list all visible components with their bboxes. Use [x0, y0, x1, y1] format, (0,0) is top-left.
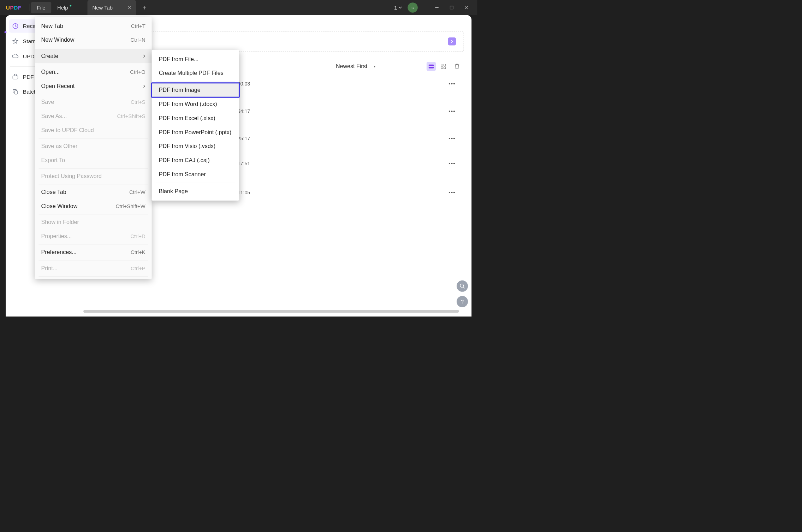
separator: [156, 82, 235, 82]
shortcut-label: Ctrl+W: [129, 189, 145, 195]
more-icon[interactable]: •••: [448, 189, 462, 196]
submenu-item-pdf-from-powerpoint-pptx[interactable]: PDF from PowerPoint (.pptx): [152, 125, 239, 140]
menu-help[interactable]: Help: [51, 2, 77, 13]
separator: [425, 4, 425, 11]
chevron-right-icon: [143, 54, 145, 58]
separator: [38, 276, 148, 277]
minimize-button[interactable]: [432, 3, 441, 12]
svg-line-13: [463, 287, 464, 288]
svg-rect-7: [429, 67, 434, 68]
menu-item-label: Properties...: [41, 233, 72, 240]
submenu-item-pdf-from-excel-xlsx[interactable]: PDF from Excel (.xlsx): [152, 111, 239, 125]
close-icon[interactable]: ✕: [127, 5, 131, 10]
submenu-item-pdf-from-word-docx[interactable]: PDF from Word (.docx): [152, 97, 239, 111]
search-fab[interactable]: [457, 280, 468, 292]
view-list-button[interactable]: [427, 62, 436, 71]
menu-item-label: Open...: [41, 69, 60, 75]
menu-item-preferences[interactable]: Preferences...Ctrl+K: [35, 245, 152, 259]
shortcut-label: Ctrl+N: [130, 37, 145, 43]
sort-label: Newest First: [336, 63, 367, 70]
menu-item-open[interactable]: Open...Ctrl+O: [35, 65, 152, 79]
menu-item-create[interactable]: Create: [35, 49, 152, 63]
batch-icon: [12, 88, 19, 95]
submenu-item-blank-page[interactable]: Blank Page: [152, 184, 239, 199]
menu-item-save-to-updf-cloud: Save to UPDF Cloud: [35, 123, 152, 137]
chevron-down-icon: [398, 6, 402, 9]
avatar[interactable]: c: [408, 2, 418, 13]
menu-item-new-tab[interactable]: New TabCtrl+T: [35, 19, 152, 33]
shortcut-label: Ctrl+S: [131, 99, 145, 105]
trash-button[interactable]: [454, 63, 459, 70]
menu-item-protect-using-password: Protect Using Password: [35, 169, 152, 183]
window-count[interactable]: 1: [394, 4, 402, 11]
add-tab-button[interactable]: ＋: [142, 4, 148, 12]
submenu-item-pdf-from-scanner[interactable]: PDF from Scanner: [152, 167, 239, 182]
menu-item-label: New Tab: [41, 23, 63, 29]
menu-item-label: Save: [41, 99, 54, 105]
submenu-item-pdf-from-image[interactable]: PDF from Image: [152, 83, 239, 97]
separator: [29, 4, 30, 11]
separator: [38, 94, 148, 94]
submenu-item-create-multiple-pdf-files[interactable]: Create Multiple PDF Files: [152, 66, 239, 80]
star-icon: [12, 37, 19, 45]
submenu-item-pdf-from-visio-vsdx[interactable]: PDF from Visio (.vsdx): [152, 139, 239, 153]
menu-item-label: Save as Other: [41, 143, 78, 149]
shortcut-label: Ctrl+D: [130, 233, 145, 239]
shortcut-label: Ctrl+Shift+S: [117, 113, 145, 119]
menu-item-print: Print...Ctrl+P: [35, 261, 152, 276]
create-submenu: PDF from File...Create Multiple PDF File…: [152, 50, 239, 201]
more-icon[interactable]: •••: [448, 80, 462, 87]
svg-rect-11: [444, 67, 446, 69]
separator: [38, 260, 148, 261]
chevron-right-icon: [143, 84, 145, 88]
more-icon[interactable]: •••: [448, 108, 462, 114]
menu-item-label: Close Window: [41, 203, 78, 209]
svg-rect-10: [441, 67, 443, 69]
menu-item-new-window[interactable]: New WindowCtrl+N: [35, 33, 152, 47]
separator: [38, 244, 148, 244]
svg-rect-1: [450, 6, 453, 9]
menu-item-label: New Window: [41, 37, 75, 43]
separator: [38, 168, 148, 169]
shortcut-label: Ctrl+Shift+W: [115, 203, 145, 209]
svg-rect-3: [13, 76, 18, 79]
horizontal-scrollbar[interactable]: [83, 310, 459, 313]
close-button[interactable]: [462, 3, 471, 12]
menu-help-label: Help: [57, 5, 68, 11]
tab-title: New Tab: [93, 5, 113, 11]
submenu-item-pdf-from-file[interactable]: PDF from File...: [152, 52, 239, 66]
menu-file[interactable]: File: [31, 2, 51, 13]
menu-item-label: Preferences...: [41, 249, 77, 255]
menu-item-label: Close Tab: [41, 189, 66, 195]
shortcut-label: Ctrl+T: [131, 23, 145, 29]
menu-item-show-in-folder: Show in Folder: [35, 215, 152, 229]
tab[interactable]: New Tab ✕: [87, 0, 136, 15]
menu-item-label: Create: [41, 53, 58, 59]
menu-item-open-recent[interactable]: Open Recent: [35, 79, 152, 93]
maximize-button[interactable]: [447, 3, 456, 12]
separator: [38, 48, 148, 48]
menu-item-export-to: Export To: [35, 153, 152, 167]
notification-dot-icon: [70, 5, 71, 7]
svg-rect-6: [429, 65, 434, 66]
sort-dropdown[interactable]: Newest First ▼: [336, 63, 376, 70]
menu-item-label: Export To: [41, 157, 65, 163]
menu-item-label: Save to UPDF Cloud: [41, 127, 94, 133]
triangle-down-icon: ▼: [373, 65, 376, 68]
chevron-right-icon[interactable]: [448, 37, 456, 46]
menu-item-close-tab[interactable]: Close TabCtrl+W: [35, 185, 152, 199]
app-logo: UPDF: [0, 4, 28, 11]
more-icon[interactable]: •••: [448, 160, 462, 167]
menu-item-close-window[interactable]: Close WindowCtrl+Shift+W: [35, 199, 152, 213]
help-fab[interactable]: ?: [457, 296, 468, 307]
menu-item-save: SaveCtrl+S: [35, 95, 152, 109]
separator: [38, 214, 148, 214]
view-grid-button[interactable]: [439, 62, 448, 71]
more-icon[interactable]: •••: [448, 135, 462, 142]
titlebar: UPDF File Help New Tab ✕ ＋ 1 c: [0, 0, 477, 15]
svg-rect-9: [444, 64, 446, 66]
submenu-item-pdf-from-caj-caj[interactable]: PDF from CAJ (.caj): [152, 153, 239, 167]
separator: [38, 64, 148, 64]
shortcut-label: Ctrl+P: [131, 265, 145, 271]
menu-item-label: Save As...: [41, 113, 67, 119]
